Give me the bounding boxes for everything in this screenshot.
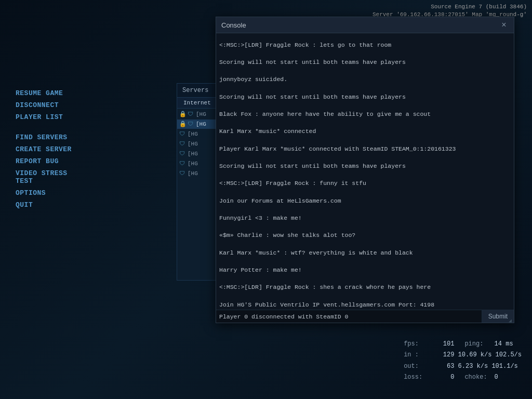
stats-row-fps-ping: fps: 101 ping: 14 ms	[404, 339, 522, 350]
sidebar-item-disconnect[interactable]: DISCONNECT	[16, 99, 88, 111]
console-line: <:MSC:>[LDR] Fraggle Rock : funny it stf…	[219, 179, 511, 188]
console-title: Console	[221, 21, 246, 29]
fps-stat: fps: 101	[404, 339, 454, 350]
out-extra: 6.23 k/s 101.1/s	[458, 363, 518, 370]
shield-icon-4: 🛡	[179, 140, 187, 148]
sidebar-item-create-server[interactable]: CREATE SERVER	[16, 143, 88, 155]
shield-icon-3: 🛡	[179, 130, 187, 138]
resize-handle[interactable]: ◢	[509, 317, 514, 323]
fps-value: 101	[433, 339, 454, 350]
console-line: Harry Potter : make me!	[219, 266, 511, 275]
console-output[interactable]: Funnygirl <3 : wak!Server Tick Rate 100<…	[216, 33, 514, 310]
console-line: Karl Marx *music* : wtf? everything is w…	[219, 249, 511, 258]
out-value: 63	[433, 361, 454, 373]
server-name-hg1: [HG	[196, 111, 206, 117]
sidebar-item-report-bug[interactable]: REPORT BUG	[16, 155, 88, 167]
server-name-hg6: [HG	[188, 161, 198, 167]
lock-icon-2: 🔒	[179, 121, 187, 128]
choke-label: choke:	[464, 372, 490, 383]
sidebar-item-video-stress-test[interactable]: VIDEO STRESS TEST	[16, 167, 88, 187]
shield-icon-7: 🛡	[179, 170, 187, 177]
console-line: «$m» Charlie : wow she talks alot too?	[219, 231, 511, 240]
loss-stat: loss: 0	[404, 372, 454, 383]
console-window: Console × Funnygirl <3 : wak!Server Tick…	[216, 17, 514, 323]
console-line: Funnygirl <3 : make me!	[219, 214, 511, 223]
server-name-hg5: [HG	[188, 151, 198, 157]
console-line: Scoring will not start until both teams …	[219, 93, 511, 102]
loss-value: 0	[433, 372, 454, 383]
server-name-hg2: [HG	[196, 121, 206, 127]
sidebar-item-resume-game[interactable]: RESUME GAME	[16, 87, 88, 99]
shield-icon: 🛡	[188, 111, 195, 118]
tab-internet[interactable]: Internet	[177, 98, 218, 108]
ping-stat: ping: 14 ms	[464, 339, 513, 350]
console-line: Join HG'S Public Ventrilo IP vent.hellsg…	[219, 301, 511, 310]
console-line: Join our Forums at HeLlsGamers.com	[219, 197, 511, 206]
in-extra: 10.69 k/s 102.5/s	[458, 351, 522, 358]
ping-label: ping:	[464, 339, 490, 350]
console-line: Scoring will not start until both teams …	[219, 162, 511, 171]
fps-label: fps:	[404, 339, 430, 350]
out-label: out:	[404, 361, 430, 373]
server-name-hg4: [HG	[188, 141, 198, 147]
console-line: Scoring will not start until both teams …	[219, 58, 511, 67]
out-stat: out: 63 6.23 k/s 101.1/s	[404, 361, 518, 373]
console-input-area: Submit	[216, 310, 514, 323]
in-stat: in : 129 10.69 k/s 102.5/s	[404, 350, 522, 361]
console-line: Karl Marx *music* connected	[219, 127, 511, 136]
sidebar: RESUME GAME DISCONNECT PLAYER LIST FIND …	[0, 83, 104, 215]
console-titlebar: Console ×	[216, 17, 514, 33]
console-line: <:MSC:>[LDR] Fraggle Rock : lets go to t…	[219, 41, 511, 50]
bottom-stats: fps: 101 ping: 14 ms in : 129 10.69 k/s …	[404, 339, 522, 383]
sidebar-menu: RESUME GAME DISCONNECT PLAYER LIST FIND …	[0, 83, 104, 215]
console-line: Player Karl Marx *music* connected with …	[219, 145, 511, 154]
sidebar-item-quit[interactable]: QUIT	[16, 199, 88, 211]
stats-row-loss-choke: loss: 0 choke: 0	[404, 372, 522, 383]
loss-label: loss:	[404, 372, 430, 383]
choke-value: 0	[495, 374, 498, 381]
server-name-hg3: [HG	[188, 131, 198, 137]
console-close-button[interactable]: ×	[499, 20, 509, 30]
ping-value: 14 ms	[495, 340, 513, 348]
console-input[interactable]	[216, 310, 482, 323]
choke-stat: choke: 0	[464, 372, 498, 383]
console-line: Black Fox : anyone here have the ability…	[219, 110, 511, 119]
shield-icon-6: 🛡	[179, 160, 187, 167]
stats-row-in: in : 129 10.69 k/s 102.5/s	[404, 350, 522, 361]
lock-icon: 🔒	[179, 111, 187, 118]
sidebar-item-find-servers[interactable]: FIND SERVERS	[16, 131, 88, 143]
console-line: jonnyboyz suicided.	[219, 75, 511, 84]
in-label: in :	[404, 350, 430, 361]
in-value: 129	[433, 350, 454, 361]
engine-info: Source Engine 7 (build 3846)	[373, 3, 527, 11]
shield-icon-2: 🛡	[188, 121, 195, 128]
sidebar-item-options[interactable]: OPTIONS	[16, 187, 88, 199]
sidebar-item-player-list[interactable]: PLAYER LIST	[16, 111, 88, 123]
shield-icon-5: 🛡	[179, 150, 187, 157]
console-line: <:MSC:>[LDR] Fraggle Rock : shes a crack…	[219, 283, 511, 292]
server-name-hg7: [HG	[188, 170, 198, 177]
stats-row-out: out: 63 6.23 k/s 101.1/s	[404, 361, 522, 373]
